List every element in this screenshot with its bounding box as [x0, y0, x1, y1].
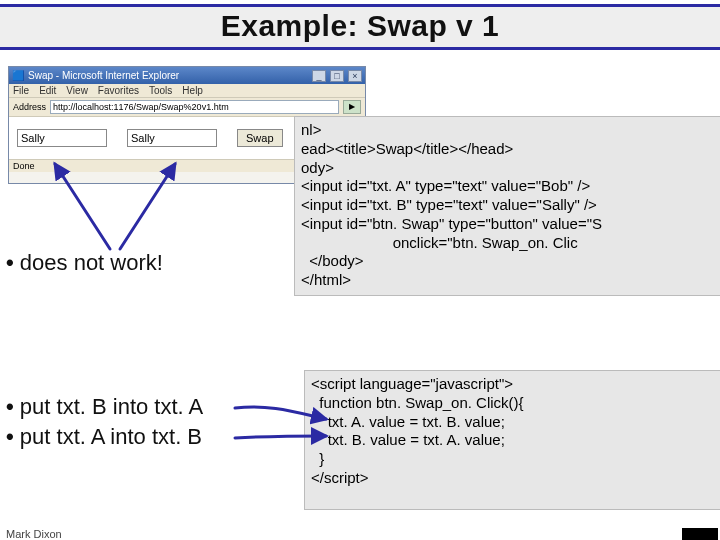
code-line: </body>: [301, 252, 364, 269]
menu-tools[interactable]: Tools: [149, 85, 172, 96]
menu-bar: File Edit View Favorites Tools Help: [9, 84, 365, 98]
code-line: </html>: [301, 271, 351, 288]
address-label: Address: [13, 102, 46, 112]
bullet-a-into-b: put txt. A into txt. B: [6, 424, 203, 450]
code-line: nl>: [301, 121, 321, 138]
status-left: Done: [13, 161, 35, 171]
minimize-button[interactable]: _: [312, 70, 326, 82]
maximize-button[interactable]: □: [330, 70, 344, 82]
window-title: Swap - Microsoft Internet Explorer: [28, 70, 308, 81]
bullet-not-work: does not work!: [6, 250, 163, 276]
code-line: </script>: [311, 469, 369, 486]
ie-icon: 🟦: [12, 70, 24, 81]
menu-help[interactable]: Help: [182, 85, 203, 96]
swap-button[interactable]: Swap: [237, 129, 283, 147]
code-line: ead><title>Swap</title></head>: [301, 140, 513, 157]
footer-page: [682, 528, 718, 540]
code-line: onclick="btn. Swap_on. Clic: [301, 234, 578, 251]
input-txt-a[interactable]: [17, 129, 107, 147]
menu-edit[interactable]: Edit: [39, 85, 56, 96]
bullet-b-into-a: put txt. B into txt. A: [6, 394, 203, 420]
input-txt-b[interactable]: [127, 129, 217, 147]
close-button[interactable]: ×: [348, 70, 362, 82]
code-line: <input id="txt. B" type="text" value="Sa…: [301, 196, 597, 213]
slide-title: Example: Swap v 1: [0, 9, 720, 43]
code-line: function btn. Swap_on. Click(){: [311, 394, 524, 411]
footer-author: Mark Dixon: [6, 528, 62, 540]
code-line: <input id="txt. A" type="text" value="Bo…: [301, 177, 590, 194]
menu-view[interactable]: View: [66, 85, 88, 96]
code-html: nl> ead><title>Swap</title></head> ody> …: [294, 116, 720, 296]
code-line: }: [311, 450, 324, 467]
address-input[interactable]: [50, 100, 339, 114]
menu-favorites[interactable]: Favorites: [98, 85, 139, 96]
code-line: <script language="javascript">: [311, 375, 513, 392]
code-js: <script language="javascript"> function …: [304, 370, 720, 510]
bullet-group-2: put txt. B into txt. A put txt. A into t…: [6, 390, 203, 454]
go-button[interactable]: ▶: [343, 100, 361, 114]
code-line: ody>: [301, 159, 334, 176]
bullet-group-1: does not work!: [6, 246, 163, 280]
code-line: txt. B. value = txt. A. value;: [311, 431, 505, 448]
code-line: txt. A. value = txt. B. value;: [311, 413, 505, 430]
address-bar: Address ▶: [9, 98, 365, 117]
menu-file[interactable]: File: [13, 85, 29, 96]
code-line: <input id="btn. Swap" type="button" valu…: [301, 215, 602, 232]
title-band: Example: Swap v 1: [0, 4, 720, 50]
slide: Example: Swap v 1 🟦 Swap - Microsoft Int…: [0, 4, 720, 540]
window-titlebar: 🟦 Swap - Microsoft Internet Explorer _ □…: [9, 67, 365, 84]
